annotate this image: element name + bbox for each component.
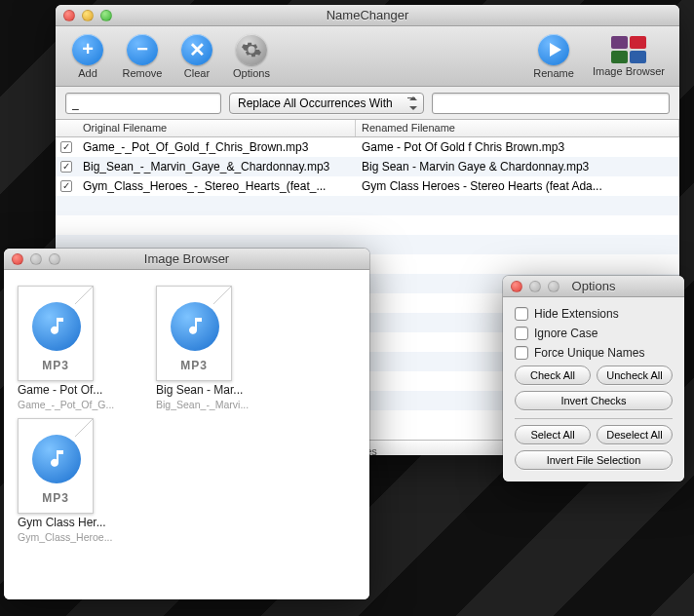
table-row[interactable] (56, 196, 679, 215)
control-bar: Replace All Occurrences With (56, 87, 679, 120)
close-icon[interactable] (63, 10, 75, 21)
hide-ext-checkbox[interactable]: Hide Extensions (515, 307, 673, 321)
table-row[interactable]: Gym_Class_Heroes_-_Stereo_Hearts_(feat_.… (56, 176, 679, 196)
invert-checks-button[interactable]: Invert Checks (515, 391, 673, 410)
clear-button[interactable]: ✕ Clear (174, 34, 219, 79)
file-thumbnail[interactable]: MP3 Game - Pot Of... Game_-_Pot_Of_G... (12, 286, 138, 410)
remove-button[interactable]: − Remove (120, 34, 165, 79)
file-ext-label: MP3 (19, 491, 93, 505)
options-panel: Options Hide Extensions Ignore Case Forc… (503, 276, 684, 481)
replace-input[interactable] (432, 93, 670, 114)
file-ext-label: MP3 (19, 359, 93, 372)
thumbnail-grid[interactable]: MP3 Game - Pot Of... Game_-_Pot_Of_G... … (4, 270, 369, 599)
table-row[interactable]: Big_Sean_-_Marvin_Gaye_&_Chardonnay.mp3 … (56, 157, 679, 176)
options-button[interactable]: Options (229, 34, 274, 79)
renamed-filename: Game - Pot Of Gold f Chris Brown.mp3 (356, 140, 679, 154)
renamed-filename: Gym Class Heroes - Stereo Hearts (feat A… (356, 179, 679, 193)
table-row[interactable]: Game_-_Pot_Of_Gold_f_Chris_Brown.mp3 Gam… (56, 137, 679, 157)
file-name: Big Sean - Mar... (150, 383, 277, 397)
file-original-name: Big_Sean_-_Marvi... (150, 399, 277, 410)
checkbox-icon (515, 346, 528, 360)
music-note-icon (171, 302, 219, 351)
original-filename: Game_-_Pot_Of_Gold_f_Chris_Brown.mp3 (77, 140, 356, 154)
main-titlebar[interactable]: NameChanger (56, 5, 679, 26)
minus-icon: − (127, 34, 158, 65)
zoom-icon[interactable] (100, 10, 112, 21)
toolbar: + Add − Remove ✕ Clear Options Rename (56, 26, 679, 87)
row-checkbox[interactable] (60, 161, 72, 173)
col-renamed[interactable]: Renamed Filename (356, 120, 679, 136)
force-unique-label: Force Unique Names (534, 346, 644, 360)
file-name: Game - Pot Of... (12, 383, 138, 397)
table-row[interactable] (56, 215, 679, 235)
force-unique-checkbox[interactable]: Force Unique Names (515, 346, 673, 360)
file-original-name: Gym_Class_Heroe... (12, 531, 138, 543)
mode-select[interactable]: Replace All Occurrences With (229, 93, 424, 114)
ignore-case-checkbox[interactable]: Ignore Case (515, 327, 673, 340)
play-icon (538, 34, 569, 65)
plus-icon: + (72, 34, 103, 65)
file-ext-label: MP3 (157, 359, 231, 372)
rename-label: Rename (533, 67, 574, 79)
mp3-file-icon: MP3 (18, 418, 94, 514)
close-icon[interactable] (511, 281, 522, 292)
file-thumbnail[interactable]: MP3 Gym Class Her... Gym_Class_Heroe... (12, 418, 138, 543)
image-browser-window: Image Browser MP3 Game - Pot Of... Game_… (4, 249, 369, 599)
find-input[interactable] (65, 93, 221, 114)
file-name: Gym Class Her... (12, 516, 138, 529)
select-all-button[interactable]: Select All (515, 425, 591, 444)
add-button[interactable]: + Add (65, 34, 110, 79)
minimize-icon[interactable] (30, 253, 42, 265)
row-checkbox[interactable] (60, 141, 72, 153)
uncheck-all-button[interactable]: Uncheck All (597, 366, 673, 385)
row-checkbox[interactable] (60, 180, 72, 192)
remove-label: Remove (123, 67, 163, 79)
ignore-case-label: Ignore Case (534, 327, 598, 340)
original-filename: Big_Sean_-_Marvin_Gaye_&_Chardonnay.mp3 (77, 160, 356, 173)
imgbrowser-titlebar[interactable]: Image Browser (4, 249, 369, 270)
zoom-icon[interactable] (548, 281, 559, 292)
window-title: NameChanger (56, 8, 679, 22)
x-icon: ✕ (181, 34, 212, 65)
col-original[interactable]: Original Filename (77, 120, 356, 136)
image-browser-button[interactable]: Image Browser (588, 36, 670, 77)
hide-ext-label: Hide Extensions (534, 307, 619, 321)
file-original-name: Game_-_Pot_Of_G... (12, 399, 138, 410)
column-headers: Original Filename Renamed Filename (56, 120, 679, 137)
rename-button[interactable]: Rename (529, 34, 578, 79)
options-label: Options (233, 67, 270, 79)
minimize-icon[interactable] (82, 10, 94, 21)
zoom-icon[interactable] (49, 253, 60, 265)
checkbox-icon (515, 307, 528, 321)
minimize-icon[interactable] (529, 281, 541, 292)
clear-label: Clear (184, 67, 210, 79)
options-titlebar[interactable]: Options (503, 276, 684, 297)
music-note-icon (32, 302, 81, 351)
mp3-file-icon: MP3 (18, 286, 94, 381)
gear-icon (236, 34, 267, 65)
mp3-file-icon: MP3 (156, 286, 232, 381)
updown-icon (409, 96, 417, 111)
checkbox-icon (515, 327, 528, 340)
renamed-filename: Big Sean - Marvin Gaye & Chardonnay.mp3 (356, 160, 679, 173)
original-filename: Gym_Class_Heroes_-_Stereo_Hearts_(feat_.… (77, 179, 356, 193)
deselect-all-button[interactable]: Deselect All (597, 425, 673, 444)
check-all-button[interactable]: Check All (515, 366, 591, 385)
close-icon[interactable] (12, 253, 23, 265)
invert-file-selection-button[interactable]: Invert File Selection (515, 450, 673, 470)
music-note-icon (32, 435, 81, 483)
mode-select-label: Replace All Occurrences With (238, 96, 393, 110)
add-label: Add (78, 67, 97, 79)
image-grid-icon (611, 36, 646, 63)
image-browser-label: Image Browser (593, 65, 665, 77)
file-thumbnail[interactable]: MP3 Big Sean - Mar... Big_Sean_-_Marvi..… (150, 286, 277, 410)
